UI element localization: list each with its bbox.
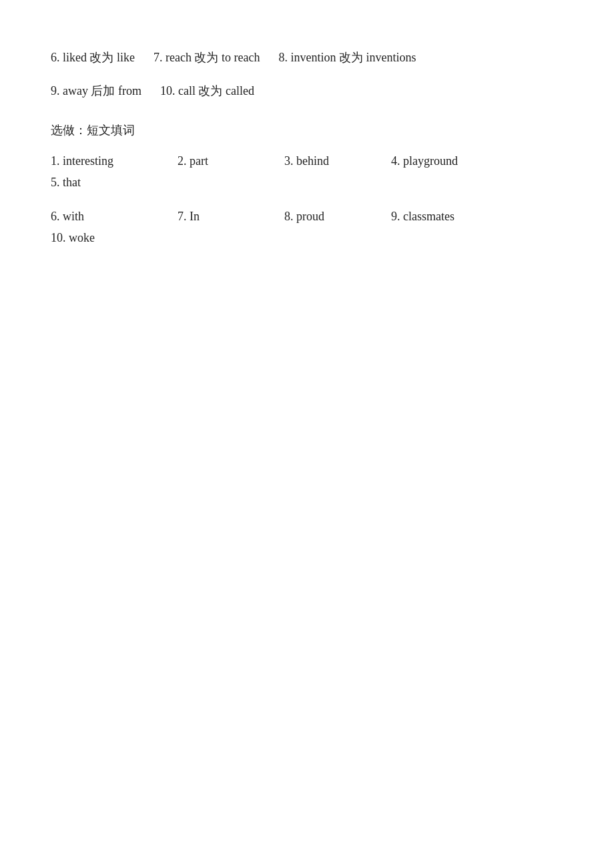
correction-item-8: 8. invention 改为 inventions bbox=[278, 47, 416, 68]
fill-item-10: 10. woke bbox=[51, 227, 151, 248]
correction-item-7: 7. reach 改为 to reach bbox=[154, 47, 260, 68]
fill-item-4: 4. playground bbox=[391, 150, 491, 172]
fill-line-2: 6. with 7. In 8. proud 9. classmates 10.… bbox=[51, 206, 563, 249]
correction-line-1: 6. liked 改为 like 7. reach 改为 to reach 8.… bbox=[51, 47, 563, 68]
fill-item-1: 1. interesting bbox=[51, 150, 171, 172]
fill-blanks-section: 1. interesting 2. part 3. behind 4. play… bbox=[51, 150, 563, 249]
fill-item-3: 3. behind bbox=[284, 150, 384, 172]
fill-item-2: 2. part bbox=[178, 150, 278, 172]
correction-line-2: 9. away 后加 from 10. call 改为 called bbox=[51, 80, 563, 101]
correction-item-9: 9. away 后加 from bbox=[51, 80, 141, 101]
fill-item-9: 9. classmates bbox=[391, 206, 491, 227]
fill-item-5: 5. that bbox=[51, 172, 151, 193]
correction-item-6: 6. liked 改为 like bbox=[51, 47, 135, 68]
fill-item-6: 6. with bbox=[51, 206, 171, 227]
fill-item-7: 7. In bbox=[178, 206, 278, 227]
correction-item-10: 10. call 改为 called bbox=[160, 80, 254, 101]
fill-item-8: 8. proud bbox=[284, 206, 384, 227]
fill-line-1: 1. interesting 2. part 3. behind 4. play… bbox=[51, 150, 563, 194]
corrections-section: 6. liked 改为 like 7. reach 改为 to reach 8.… bbox=[51, 47, 563, 102]
section-title: 选做：短文填词 bbox=[51, 122, 563, 138]
